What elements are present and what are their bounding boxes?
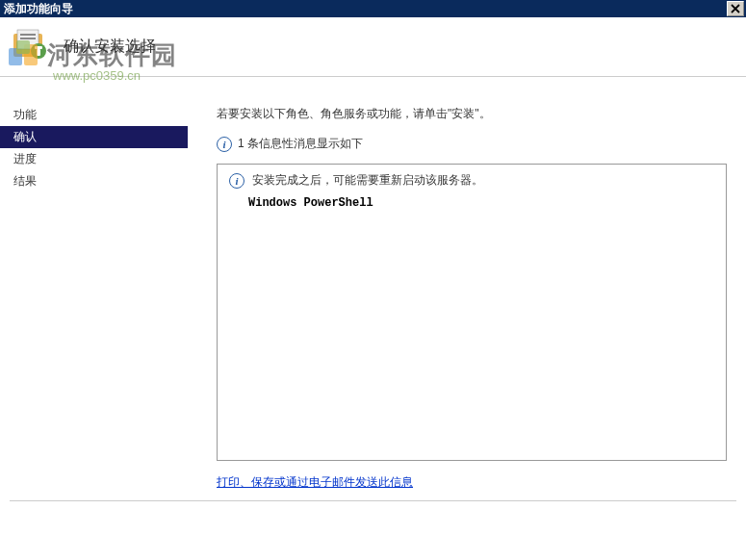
info-messages-text: 1 条信息性消息显示如下 bbox=[238, 136, 363, 152]
sidebar-item-features[interactable]: 功能 bbox=[0, 104, 188, 126]
wizard-header-icon bbox=[10, 24, 56, 70]
export-link-row: 打印、保存或通过电子邮件发送此信息 bbox=[217, 474, 727, 491]
info-messages-row: i 1 条信息性消息显示如下 bbox=[217, 136, 727, 152]
close-button[interactable] bbox=[727, 1, 744, 16]
restart-warning-text: 安装完成之后，可能需要重新启动该服务器。 bbox=[252, 172, 483, 189]
titlebar: 添加功能向导 bbox=[0, 0, 746, 17]
svg-rect-6 bbox=[20, 38, 36, 39]
titlebar-title: 添加功能向导 bbox=[4, 1, 73, 17]
info-icon: i bbox=[229, 173, 244, 189]
svg-rect-9 bbox=[37, 49, 40, 56]
sidebar-item-results[interactable]: 结果 bbox=[0, 170, 188, 192]
print-save-email-link[interactable]: 打印、保存或通过电子邮件发送此信息 bbox=[217, 475, 413, 489]
footer-divider bbox=[10, 500, 736, 501]
wizard-header-title: 确认安装选择 bbox=[64, 37, 156, 57]
close-icon bbox=[731, 4, 740, 13]
install-summary-box: i 安装完成之后，可能需要重新启动该服务器。 Windows PowerShel… bbox=[217, 164, 727, 461]
info-icon: i bbox=[217, 137, 232, 152]
wizard-header: 河东软件园 www.pc0359.cn 确认安装选择 bbox=[0, 17, 746, 77]
svg-rect-5 bbox=[20, 34, 36, 36]
wizard-sidebar: 功能 确认 进度 结果 bbox=[0, 77, 188, 500]
sidebar-item-progress[interactable]: 进度 bbox=[0, 148, 188, 170]
sidebar-item-confirm[interactable]: 确认 bbox=[0, 126, 188, 148]
main-panel: 若要安装以下角色、角色服务或功能，请单击"安装"。 i 1 条信息性消息显示如下… bbox=[188, 77, 746, 500]
feature-item: Windows PowerShell bbox=[229, 196, 714, 210]
content-area: 功能 确认 进度 结果 若要安装以下角色、角色服务或功能，请单击"安装"。 i … bbox=[0, 77, 746, 500]
instruction-text: 若要安装以下角色、角色服务或功能，请单击"安装"。 bbox=[217, 106, 727, 122]
svg-rect-8 bbox=[35, 46, 42, 49]
restart-warning-row: i 安装完成之后，可能需要重新启动该服务器。 bbox=[229, 172, 714, 189]
